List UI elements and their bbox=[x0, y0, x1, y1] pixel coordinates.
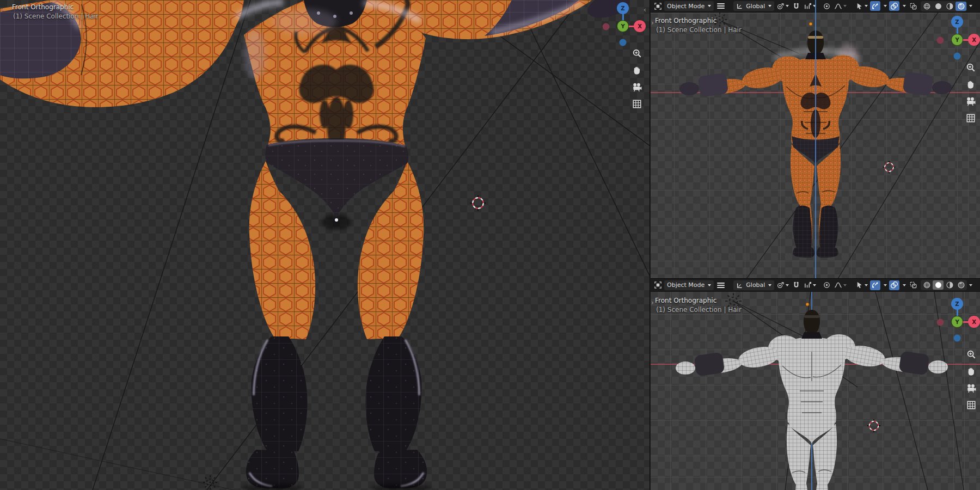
gizmo-neg-x-ball[interactable] bbox=[937, 319, 944, 326]
gizmo-neg-x-ball[interactable] bbox=[603, 23, 610, 30]
shading-mode-group bbox=[921, 280, 967, 290]
orientation-dropdown[interactable]: Global bbox=[733, 1, 774, 11]
xray-toggle[interactable] bbox=[908, 280, 918, 290]
shading-wireframe-button[interactable] bbox=[921, 2, 932, 11]
viewport-left[interactable]: Front Orthographic (1) Scene Collection … bbox=[0, 0, 650, 490]
cursor-3d[interactable] bbox=[883, 161, 895, 173]
gizmo-neg-x-ball[interactable] bbox=[937, 37, 944, 44]
shading-solid-button[interactable] bbox=[933, 2, 944, 11]
viewport-bottom-right[interactable]: Object Mode Global bbox=[651, 279, 980, 490]
grid-ortho-icon[interactable] bbox=[630, 97, 644, 111]
gizmos-dropdown[interactable] bbox=[881, 1, 888, 11]
proportional-editing-toggle[interactable] bbox=[822, 1, 832, 11]
gizmo-neg-z-ball[interactable] bbox=[620, 39, 627, 46]
shading-dropdown-chevron[interactable] bbox=[969, 5, 972, 7]
mode-dropdown[interactable]: Object Mode bbox=[664, 280, 714, 290]
xray-toggle[interactable] bbox=[908, 1, 918, 11]
chevron-down-icon bbox=[843, 5, 847, 7]
chevron-down-icon bbox=[708, 284, 711, 286]
shading-material-button[interactable] bbox=[944, 280, 955, 290]
snap-magnet-toggle[interactable] bbox=[791, 280, 801, 290]
orientation-dropdown[interactable]: Global bbox=[733, 280, 774, 290]
gizmos-dropdown[interactable] bbox=[881, 280, 888, 290]
chevron-down-icon bbox=[903, 5, 906, 7]
zoom-tool-icon[interactable] bbox=[964, 347, 978, 362]
chevron-down-icon bbox=[768, 5, 771, 7]
zoom-tool-icon[interactable] bbox=[630, 46, 644, 60]
object-visibility-dropdown[interactable] bbox=[854, 280, 869, 290]
grid-ortho-icon[interactable] bbox=[964, 398, 978, 412]
camera-view-icon[interactable] bbox=[964, 94, 978, 108]
overlays-dropdown[interactable] bbox=[901, 280, 907, 290]
pan-hand-icon[interactable] bbox=[964, 77, 978, 91]
menu-button[interactable] bbox=[715, 3, 727, 9]
chevron-down-icon bbox=[786, 5, 789, 7]
gizmo-y-ball[interactable]: Y bbox=[951, 316, 963, 328]
cursor-3d[interactable] bbox=[867, 419, 880, 432]
proportional-editing-toggle[interactable] bbox=[822, 280, 832, 290]
shading-material-button[interactable] bbox=[944, 2, 955, 11]
snap-target-dropdown[interactable] bbox=[803, 1, 817, 11]
snap-target-dropdown[interactable] bbox=[803, 280, 817, 290]
pan-hand-icon[interactable] bbox=[964, 364, 978, 378]
orientation-label: Global bbox=[746, 3, 765, 10]
toolbar-toggle-icon[interactable]: › bbox=[651, 299, 654, 306]
grid-floor-lines bbox=[733, 292, 964, 490]
lamp-object-icon[interactable] bbox=[713, 13, 727, 27]
cursor-3d[interactable] bbox=[470, 195, 486, 211]
snap-magnet-toggle[interactable] bbox=[791, 1, 801, 11]
chevron-down-icon bbox=[865, 284, 868, 286]
gizmo-neg-z-ball[interactable] bbox=[954, 335, 961, 342]
gizmo-x-ball[interactable]: X bbox=[968, 316, 980, 328]
mode-dropdown[interactable]: Object Mode bbox=[664, 1, 714, 11]
toolbar-toggle-icon[interactable]: › bbox=[651, 20, 654, 26]
pivot-dropdown[interactable] bbox=[775, 280, 790, 290]
gizmo-z-ball[interactable]: Z bbox=[951, 298, 963, 310]
chevron-down-icon bbox=[884, 5, 887, 7]
chevron-down-icon bbox=[884, 284, 887, 286]
overlays-dropdown[interactable] bbox=[901, 1, 907, 11]
viewport-top-right[interactable]: Object Mode Global bbox=[651, 0, 980, 279]
viewport-3d-region[interactable]: Front Orthographic (1) Scene Collection … bbox=[651, 13, 980, 278]
viewport-3d-region[interactable]: Front Orthographic (1) Scene Collection … bbox=[651, 292, 980, 490]
pivot-dropdown[interactable] bbox=[775, 1, 790, 11]
lamp-object-icon[interactable] bbox=[725, 293, 742, 309]
gizmo-y-ball[interactable]: Y bbox=[617, 20, 629, 32]
gizmo-y-ball[interactable]: Y bbox=[951, 34, 963, 46]
shading-solid-button[interactable] bbox=[933, 280, 944, 290]
shading-rendered-button[interactable] bbox=[955, 2, 966, 11]
pan-hand-icon[interactable] bbox=[630, 63, 644, 77]
object-origin-dot[interactable] bbox=[809, 22, 812, 26]
shading-wireframe-button[interactable] bbox=[921, 280, 932, 290]
viewport-header: Object Mode Global bbox=[651, 0, 980, 13]
axes-icon bbox=[736, 281, 744, 289]
shading-dropdown-chevron[interactable] bbox=[969, 284, 972, 286]
editor-type-button[interactable] bbox=[653, 1, 663, 11]
camera-view-icon[interactable] bbox=[964, 381, 978, 395]
menu-button[interactable] bbox=[715, 283, 727, 288]
object-origin-dot[interactable] bbox=[806, 303, 809, 306]
show-overlays-toggle[interactable] bbox=[889, 1, 899, 11]
toolbar-toggle-icon[interactable]: › bbox=[1, 7, 4, 13]
editor-type-button[interactable] bbox=[653, 280, 663, 290]
camera-view-icon[interactable] bbox=[630, 80, 644, 94]
navigation-gizmo: Z X Y bbox=[601, 2, 647, 50]
show-overlays-toggle[interactable] bbox=[889, 280, 899, 290]
gizmo-x-ball[interactable]: X bbox=[968, 34, 980, 46]
proportional-falloff-dropdown[interactable] bbox=[833, 280, 848, 290]
show-gizmos-toggle[interactable] bbox=[870, 280, 880, 290]
chevron-down-icon bbox=[865, 5, 868, 7]
object-visibility-dropdown[interactable] bbox=[854, 1, 869, 11]
gizmo-x-ball[interactable]: X bbox=[634, 20, 646, 32]
shading-rendered-button[interactable] bbox=[955, 280, 966, 290]
show-gizmos-toggle[interactable] bbox=[870, 1, 880, 11]
proportional-falloff-dropdown[interactable] bbox=[833, 1, 848, 11]
gizmo-z-ball[interactable]: Z bbox=[951, 16, 963, 28]
lamp-object-icon[interactable] bbox=[203, 475, 217, 489]
gizmo-z-ball[interactable]: Z bbox=[617, 2, 629, 14]
character-closeup bbox=[0, 0, 633, 490]
gizmo-neg-z-ball[interactable] bbox=[954, 53, 961, 60]
zoom-tool-icon[interactable] bbox=[964, 60, 978, 75]
mode-label: Object Mode bbox=[667, 3, 705, 10]
grid-ortho-icon[interactable] bbox=[964, 111, 978, 125]
